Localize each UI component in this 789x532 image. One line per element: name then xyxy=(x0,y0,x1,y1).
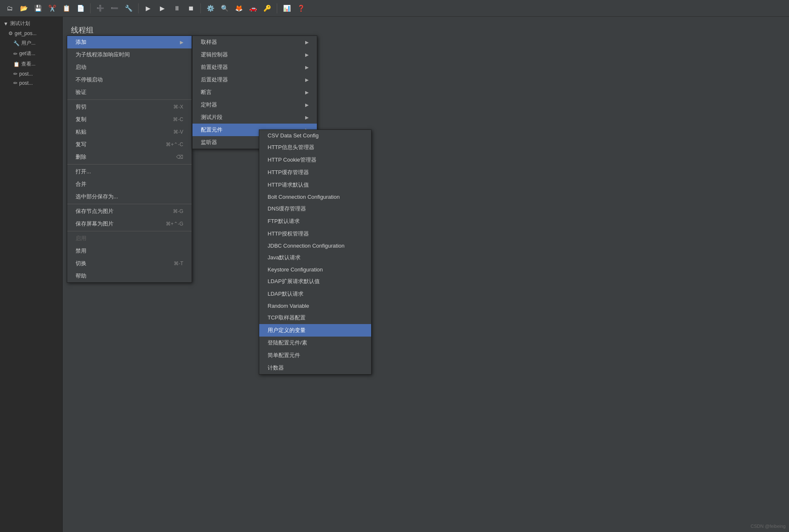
menu-label: 为子线程添加响应时间 xyxy=(76,51,130,58)
menu-add-arrow: ▶ xyxy=(180,40,183,45)
menu-item-enable: 启用 xyxy=(67,232,192,245)
submenu-label: 测试片段 xyxy=(201,114,223,121)
config-item-java[interactable]: Java默认请求 xyxy=(259,251,371,264)
menu-label: 保存屏幕为图片 xyxy=(76,220,114,228)
config-label: CSV Data Set Config xyxy=(268,132,319,139)
menu-shortcut: ⌘-G xyxy=(173,208,183,214)
submenu-item-test-fragment[interactable]: 测试片段 ▶ xyxy=(192,111,317,124)
menu-shortcut: ⌘-X xyxy=(173,104,183,110)
submenu-item-assert[interactable]: 断言 ▶ xyxy=(192,86,317,99)
submenu-item-pre[interactable]: 前置处理器 ▶ xyxy=(192,61,317,73)
submenu-arrow: ▶ xyxy=(305,115,309,120)
config-item-jdbc[interactable]: JDBC Connection Configuration xyxy=(259,240,371,251)
config-item-keystore[interactable]: Keystore Configuration xyxy=(259,264,371,275)
menu-item-help[interactable]: 帮助 xyxy=(67,270,192,282)
menu-item-duplicate[interactable]: 复写 ⌘+⌃-C xyxy=(67,138,192,151)
config-item-login[interactable]: 登陆配置元件/素 xyxy=(259,337,371,349)
menu-label: 验证 xyxy=(76,89,86,96)
menu-item-copy[interactable]: 复制 ⌘-C xyxy=(67,113,192,126)
menu-item-save-partial[interactable]: 选中部分保存为... xyxy=(67,190,192,203)
menu-label: 粘贴 xyxy=(76,128,86,136)
menu-item-paste[interactable]: 粘贴 ⌘-V xyxy=(67,126,192,138)
menu-label: 切换 xyxy=(76,260,86,267)
menu-shortcut: ⌫ xyxy=(176,154,183,160)
menu-sep-1 xyxy=(67,99,192,100)
config-label: HTTP请求默认值 xyxy=(268,181,309,189)
menu-item-start-no-pause[interactable]: 不停顿启动 xyxy=(67,73,192,86)
menu-item-disable[interactable]: 禁用 xyxy=(67,245,192,257)
menu-shortcut: ⌘+⌃-G xyxy=(166,221,183,227)
config-label: LDAP默认请求 xyxy=(268,290,303,298)
menu-label: 选中部分保存为... xyxy=(76,193,118,200)
submenu-label: 监听器 xyxy=(201,139,217,146)
config-item-http-cache[interactable]: HTTP缓存管理器 xyxy=(259,166,371,179)
menu-item-validate[interactable]: 验证 xyxy=(67,86,192,99)
menu-item-save-node-img[interactable]: 保存节点为图片 ⌘-G xyxy=(67,205,192,218)
menu-sep-2 xyxy=(67,164,192,165)
config-label: 登陆配置元件/素 xyxy=(268,339,307,347)
context-menu-overlay: 添加 ▶ 为子线程添加响应时间 启动 不停顿启动 验证 剪切 ⌘-X 复制 xyxy=(0,0,789,532)
config-item-ldap[interactable]: LDAP默认请求 xyxy=(259,288,371,300)
config-item-simple[interactable]: 简单配置元件 xyxy=(259,349,371,362)
config-label: JDBC Connection Configuration xyxy=(268,243,344,249)
menu-item-save-screen-img[interactable]: 保存屏幕为图片 ⌘+⌃-G xyxy=(67,218,192,230)
menu-label: 帮助 xyxy=(76,272,86,280)
config-item-user-vars[interactable]: 用户定义的变量 xyxy=(259,324,371,337)
config-label: TCP取样器配置 xyxy=(268,314,306,322)
menu-label: 复制 xyxy=(76,116,86,123)
menu-item-toggle[interactable]: 切换 ⌘-T xyxy=(67,257,192,270)
config-item-random[interactable]: Random Variable xyxy=(259,300,371,312)
submenu-label: 取样器 xyxy=(201,38,217,46)
config-item-http-default[interactable]: HTTP请求默认值 xyxy=(259,179,371,191)
config-label: Random Variable xyxy=(268,303,309,309)
submenu-label: 前置处理器 xyxy=(201,63,228,71)
config-label: Bolt Connection Configuration xyxy=(268,194,340,200)
submenu-label: 断言 xyxy=(201,89,212,96)
menu-shortcut: ⌘-V xyxy=(173,129,183,135)
submenu-arrow: ▶ xyxy=(305,52,309,58)
menu-shortcut: ⌘-T xyxy=(174,261,183,266)
config-item-ftp[interactable]: FTP默认请求 xyxy=(259,215,371,228)
menu-item-open[interactable]: 打开... xyxy=(67,165,192,178)
menu-item-delete[interactable]: 删除 ⌫ xyxy=(67,151,192,163)
config-item-counter[interactable]: 计数器 xyxy=(259,362,371,374)
menu-sep-4 xyxy=(67,231,192,231)
submenu-arrow: ▶ xyxy=(305,102,309,108)
menu-item-start[interactable]: 启动 xyxy=(67,61,192,73)
config-label: HTTP缓存管理器 xyxy=(268,169,309,176)
config-item-http-header[interactable]: HTTP信息头管理器 xyxy=(259,141,371,154)
menu-item-add-response[interactable]: 为子线程添加响应时间 xyxy=(67,48,192,61)
submenu-label: 配置元件 xyxy=(201,126,223,134)
config-label: 计数器 xyxy=(268,364,284,372)
config-item-http-cookie[interactable]: HTTP Cookie管理器 xyxy=(259,154,371,166)
submenu-item-logic[interactable]: 逻辑控制器 ▶ xyxy=(192,48,317,61)
config-label: FTP默认请求 xyxy=(268,218,300,225)
submenu-label: 逻辑控制器 xyxy=(201,51,228,58)
submenu-item-sampler[interactable]: 取样器 ▶ xyxy=(192,36,317,48)
menu-shortcut: ⌘+⌃-C xyxy=(166,142,183,147)
config-item-bolt[interactable]: Bolt Connection Configuration xyxy=(259,191,371,203)
menu-sep-3 xyxy=(67,204,192,204)
menu-item-merge[interactable]: 合并 xyxy=(67,178,192,190)
menu-label: 复写 xyxy=(76,141,86,148)
config-label: 简单配置元件 xyxy=(268,352,300,359)
config-item-dns[interactable]: DNS缓存管理器 xyxy=(259,203,371,215)
submenu-label: 定时器 xyxy=(201,101,217,109)
config-label: DNS缓存管理器 xyxy=(268,205,306,213)
menu-label: 合并 xyxy=(76,180,86,188)
submenu-item-timer[interactable]: 定时器 ▶ xyxy=(192,99,317,111)
menu-item-add[interactable]: 添加 ▶ xyxy=(67,36,192,48)
main-layout: ▼ 测试计划 ⚙ get_pos... 🔧 用户... ✏ get请... 📋 … xyxy=(0,17,789,532)
menu-label: 不停顿启动 xyxy=(76,76,103,84)
submenu-arrow: ▶ xyxy=(305,40,309,45)
config-item-http-auth[interactable]: HTTP授权管理器 xyxy=(259,228,371,240)
config-label: 用户定义的变量 xyxy=(268,327,306,334)
config-item-tcp[interactable]: TCP取样器配置 xyxy=(259,312,371,324)
config-item-ldap-ext[interactable]: LDAP扩展请求默认值 xyxy=(259,275,371,288)
watermark: CSDN @feibeing xyxy=(751,524,786,529)
config-item-csv[interactable]: CSV Data Set Config xyxy=(259,130,371,141)
menu-add-label: 添加 xyxy=(76,38,86,46)
submenu-item-post[interactable]: 后置处理器 ▶ xyxy=(192,73,317,86)
menu-item-cut[interactable]: 剪切 ⌘-X xyxy=(67,101,192,113)
submenu-arrow: ▶ xyxy=(305,90,309,95)
